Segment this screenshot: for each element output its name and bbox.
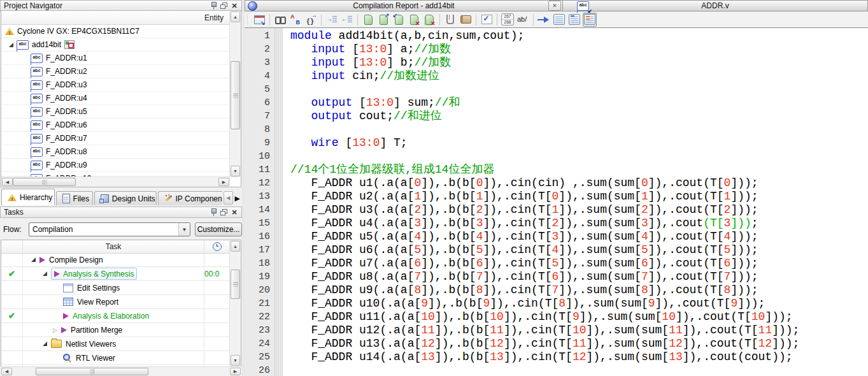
status-column-header[interactable]: [1, 240, 23, 253]
selected-task-box[interactable]: Analysis & Synthesis: [51, 268, 137, 280]
close-panel-button[interactable]: ✕: [229, 208, 239, 217]
task-row[interactable]: Compile Design: [1, 253, 230, 267]
check-icon: ✔: [8, 269, 15, 278]
float-button[interactable]: [218, 208, 229, 217]
task-row[interactable]: ✔Analysis & Elaboration: [1, 309, 230, 323]
combined-editor-view-button[interactable]: [583, 13, 597, 27]
tree-item-instance[interactable]: F_ADDR:u7: [1, 132, 230, 145]
find-button[interactable]: [273, 13, 287, 27]
warning-icon: [5, 27, 14, 35]
customize-button[interactable]: Customize...: [195, 222, 242, 236]
tasks-header[interactable]: Tasks ✕: [0, 206, 242, 218]
tasks-vscroll-thumb[interactable]: [231, 270, 240, 299]
task-row[interactable]: RTL Viewer: [1, 351, 230, 365]
expander-open-icon[interactable]: [43, 271, 47, 276]
bookmark-margin[interactable]: [275, 28, 283, 376]
increase-indent-button[interactable]: [325, 13, 339, 27]
compilation-report-titlebar[interactable]: Compilation Report - add14bit ✕: [245, 0, 563, 11]
scroll-up-button[interactable]: ▲: [231, 11, 240, 22]
expander-open-icon[interactable]: [31, 257, 36, 262]
task-row[interactable]: Edit Settings: [1, 281, 230, 295]
nav-vscroll-thumb[interactable]: [231, 61, 240, 129]
rtl-viewer-icon: [63, 354, 72, 362]
expander-closed-icon[interactable]: ▷: [53, 327, 57, 333]
task-column-header[interactable]: Task: [23, 240, 204, 253]
detach-window-button[interactable]: [252, 13, 266, 27]
tasks-hscrollbar[interactable]: ◀ ▶: [1, 366, 241, 376]
tree-item-instance[interactable]: F_ADDR:u5: [1, 105, 230, 119]
scroll-left-button[interactable]: ◀: [1, 368, 12, 375]
show-whitespace-button[interactable]: [516, 13, 530, 27]
tasks-hscroll-thumb[interactable]: [36, 368, 148, 375]
tree-item-instance[interactable]: F_ADDR:u4: [1, 92, 230, 105]
scroll-right-button[interactable]: ▶: [218, 178, 229, 186]
expander-open-icon[interactable]: [9, 43, 13, 47]
tree-item-instance[interactable]: F_ADDR:u2: [1, 65, 230, 78]
attach-note-button[interactable]: [443, 13, 457, 27]
tab-ip-componen[interactable]: IP Componen: [158, 191, 222, 205]
next-bookmark-button[interactable]: [376, 13, 390, 27]
line-number-gutter[interactable]: 1234567891011121314151617181920212223242…: [245, 28, 275, 376]
scroll-down-button[interactable]: ▼: [231, 355, 240, 366]
find-matching-delimiter-button[interactable]: [304, 13, 318, 27]
insert-template-button[interactable]: [459, 13, 473, 27]
analyze-current-file-button[interactable]: [480, 13, 494, 27]
scroll-down-button[interactable]: ▼: [231, 166, 240, 177]
nav-hscroll-thumb[interactable]: [13, 178, 76, 186]
file-titlebar[interactable]: ADDR.v: [563, 0, 868, 11]
decrease-indent-button[interactable]: [340, 13, 354, 27]
scroll-up-button[interactable]: ▲: [231, 241, 240, 252]
full-editor-view-button[interactable]: [552, 13, 566, 27]
previous-bookmark-button[interactable]: [392, 13, 406, 27]
tab-design-units[interactable]: Design Units: [94, 191, 157, 205]
tree-item-device[interactable]: Cyclone IV GX: EP4CGX15BN11C7: [1, 25, 230, 38]
pin-button[interactable]: [208, 2, 218, 10]
clear-bookmark-icon: [410, 15, 418, 25]
tree-item-instance[interactable]: F_ADDR:u8: [1, 145, 230, 159]
task-row[interactable]: Netlist Viewers: [1, 337, 230, 351]
tab-scroll-left-button[interactable]: ◀: [224, 191, 233, 205]
nav-hscrollbar[interactable]: ◀ ▶: [1, 177, 230, 187]
show-line-numbers-button[interactable]: 267268: [501, 13, 515, 27]
code-line: output cout;//和进位: [290, 110, 868, 123]
tab-scroll-right-button[interactable]: ▶: [233, 192, 242, 205]
time-column-header[interactable]: [204, 240, 230, 253]
pin-button[interactable]: [208, 208, 218, 217]
scroll-right-button[interactable]: ▶: [230, 368, 241, 375]
goto-location-button[interactable]: [537, 13, 551, 27]
tree-item-instance[interactable]: F_ADDR:u9: [1, 159, 230, 172]
chevron-down-icon[interactable]: ▼: [178, 223, 190, 236]
code-editor[interactable]: 1234567891011121314151617181920212223242…: [245, 28, 868, 376]
expander-open-icon[interactable]: [43, 342, 47, 346]
tree-item-root[interactable]: add14bit: [1, 38, 230, 52]
entity-column-header[interactable]: Entity: [1, 11, 230, 25]
tab-files[interactable]: Files: [56, 191, 93, 205]
tree-item-instance[interactable]: F_ADDR:u3: [1, 78, 230, 92]
float-button[interactable]: [218, 2, 229, 10]
task-row[interactable]: View Report: [1, 295, 230, 309]
clock-icon: [213, 242, 222, 251]
tree-item-instance[interactable]: F_ADDR:u6: [1, 119, 230, 132]
clear-all-bookmarks-button[interactable]: [422, 13, 436, 27]
task-row[interactable]: ✔Analysis & Synthesis00:0: [1, 267, 230, 281]
replace-button[interactable]: [288, 13, 302, 27]
tab-label: Files: [73, 194, 89, 203]
toolbar-drag-handle[interactable]: [246, 14, 249, 25]
scroll-left-button[interactable]: ◀: [2, 178, 13, 186]
flow-select[interactable]: Compilation ▼: [29, 222, 190, 236]
line-number: 1: [245, 29, 270, 43]
tree-item-instance[interactable]: F_ADDR:u1: [1, 52, 230, 65]
code-line: F_ADDR u13(.a(a[12]),.b(b[12]),.cin(T[11…: [290, 337, 868, 351]
code-text[interactable]: module add14bit(a,b,cin,sum,cout); input…: [283, 28, 868, 376]
tasks-vscrollbar[interactable]: ▲ ▼: [229, 240, 241, 366]
nav-vscrollbar[interactable]: ▲ ▼: [229, 11, 241, 177]
close-panel-button[interactable]: ✕: [229, 2, 239, 10]
edit-settings-icon: [63, 284, 73, 293]
split-editor-view-button[interactable]: [567, 13, 581, 27]
close-window-button[interactable]: ✕: [548, 1, 561, 11]
task-row[interactable]: ▷Partition Merge: [1, 323, 230, 337]
clear-bookmark-button[interactable]: [407, 13, 421, 27]
insert-bookmark-button[interactable]: [361, 13, 375, 27]
tab-hierarchy[interactable]: Hierarchy: [1, 189, 55, 205]
line-number: 24: [245, 337, 270, 351]
